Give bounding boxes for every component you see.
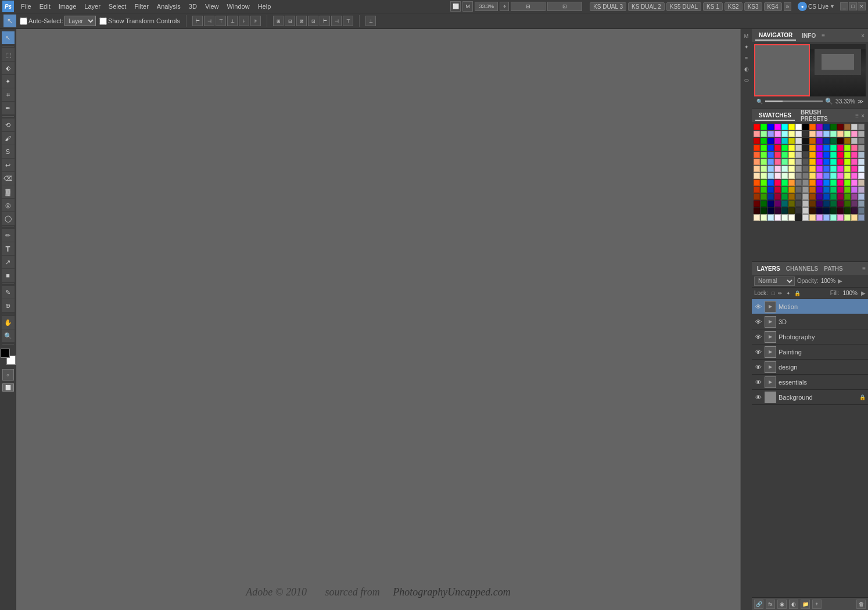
- ks-overflow-button[interactable]: »: [784, 2, 792, 11]
- swatch-color[interactable]: [754, 193, 760, 200]
- swatch-color[interactable]: [795, 214, 802, 221]
- hand-button[interactable]: ✋: [2, 316, 15, 329]
- swatch-color[interactable]: [754, 180, 760, 186]
- swatch-color[interactable]: [761, 214, 767, 221]
- healing-brush-button[interactable]: ⟲: [2, 119, 15, 131]
- swatch-color[interactable]: [781, 193, 788, 200]
- layer-item[interactable]: 👁▶Painting: [752, 345, 868, 360]
- swatch-color[interactable]: [830, 214, 837, 221]
- swatch-color[interactable]: [774, 159, 781, 165]
- quick-mask-button[interactable]: ○: [2, 369, 14, 381]
- swatch-color[interactable]: [858, 159, 865, 165]
- swatch-color[interactable]: [767, 214, 774, 221]
- swatch-color[interactable]: [754, 145, 760, 151]
- swatch-color[interactable]: [761, 173, 767, 179]
- swatch-color[interactable]: [761, 180, 767, 186]
- swatch-color[interactable]: [823, 145, 830, 151]
- swatch-color[interactable]: [858, 124, 865, 130]
- swatch-color[interactable]: [774, 152, 781, 158]
- swatch-color[interactable]: [802, 180, 809, 186]
- swatch-color[interactable]: [816, 152, 823, 158]
- distribute-center-h-button[interactable]: ⊟: [285, 16, 295, 26]
- swatch-color[interactable]: [788, 166, 795, 172]
- swatch-color[interactable]: [851, 200, 858, 207]
- path-selection-button[interactable]: ↗: [2, 256, 15, 268]
- swatch-color[interactable]: [774, 200, 781, 207]
- lock-all-icon[interactable]: 🔒: [794, 290, 801, 296]
- swatch-color[interactable]: [837, 200, 844, 207]
- layer-item[interactable]: 👁▶essentials: [752, 375, 868, 390]
- swatch-color[interactable]: [795, 200, 802, 207]
- menu-help[interactable]: Help: [254, 2, 275, 11]
- swatch-color[interactable]: [816, 214, 823, 221]
- swatch-color[interactable]: [851, 166, 858, 172]
- properties-icon[interactable]: ≡: [742, 53, 751, 63]
- swatch-color[interactable]: [837, 159, 844, 165]
- distribute-center-v-button[interactable]: ⊢: [320, 16, 330, 26]
- swatch-color[interactable]: [844, 138, 851, 144]
- ks5-dual-button[interactable]: KS5 DUAL: [666, 2, 701, 11]
- swatch-color[interactable]: [851, 138, 858, 144]
- swatch-color[interactable]: [844, 207, 851, 214]
- swatch-color[interactable]: [802, 138, 809, 144]
- swatch-color[interactable]: [754, 138, 760, 144]
- swatch-color[interactable]: [858, 138, 865, 144]
- swatch-color[interactable]: [761, 124, 767, 130]
- align-right-button[interactable]: ⊤: [216, 16, 226, 26]
- ks4-button[interactable]: KS4: [764, 2, 782, 11]
- swatch-color[interactable]: [816, 173, 823, 179]
- swatch-color[interactable]: [781, 200, 788, 207]
- swatch-color[interactable]: [774, 145, 781, 151]
- zoom-options-icon[interactable]: ≫: [858, 98, 863, 105]
- swatch-color[interactable]: [837, 173, 844, 179]
- swatch-color[interactable]: [795, 166, 802, 172]
- menu-layer[interactable]: Layer: [81, 2, 104, 11]
- layer-adjustment-button[interactable]: ◐: [789, 600, 798, 609]
- swatch-color[interactable]: [830, 186, 837, 193]
- swatch-color[interactable]: [774, 214, 781, 221]
- swatch-color[interactable]: [795, 193, 802, 200]
- swatches-close-icon[interactable]: ×: [861, 113, 865, 119]
- rectangular-marquee-button[interactable]: ⬚: [2, 48, 15, 61]
- swatch-color[interactable]: [761, 152, 767, 158]
- align-top-button[interactable]: ⊥: [227, 16, 238, 26]
- history-brush-button[interactable]: ↩: [2, 159, 15, 171]
- swatch-color[interactable]: [844, 145, 851, 151]
- swatch-color[interactable]: [823, 173, 830, 179]
- swatch-color[interactable]: [788, 200, 795, 207]
- swatch-color[interactable]: [754, 166, 760, 172]
- swatch-color[interactable]: [851, 131, 858, 137]
- swatch-color[interactable]: [788, 145, 795, 151]
- zoom-button[interactable]: 🔍: [2, 329, 15, 342]
- swatch-color[interactable]: [788, 214, 795, 221]
- swatch-color[interactable]: [761, 138, 767, 144]
- swatch-color[interactable]: [844, 152, 851, 158]
- swatch-color[interactable]: [788, 186, 795, 193]
- swatch-color[interactable]: [761, 200, 767, 207]
- crop-button[interactable]: ⌗: [2, 88, 15, 101]
- swatch-color[interactable]: [754, 152, 760, 158]
- history-icon[interactable]: M: [742, 31, 751, 41]
- swatch-color[interactable]: [858, 193, 865, 200]
- swatch-color[interactable]: [767, 138, 774, 144]
- lock-move-icon[interactable]: ✦: [786, 290, 791, 296]
- swatch-color[interactable]: [809, 152, 816, 158]
- swatch-color[interactable]: [858, 186, 865, 193]
- swatch-color[interactable]: [781, 166, 788, 172]
- actions-icon[interactable]: ✦: [742, 42, 751, 52]
- paths-tab[interactable]: PATHS: [821, 264, 845, 273]
- menu-edit[interactable]: Edit: [36, 2, 54, 11]
- swatch-color[interactable]: [754, 159, 760, 165]
- swatch-color[interactable]: [788, 180, 795, 186]
- swatch-color[interactable]: [761, 131, 767, 137]
- swatch-color[interactable]: [858, 152, 865, 158]
- swatch-color[interactable]: [823, 186, 830, 193]
- swatch-color[interactable]: [809, 173, 816, 179]
- swatch-color[interactable]: [802, 200, 809, 207]
- brush-presets-tab[interactable]: BRUSH PRESETS: [797, 108, 853, 123]
- swatch-color[interactable]: [816, 145, 823, 151]
- dodge-button[interactable]: ◯: [2, 212, 15, 225]
- layer-group-button[interactable]: 📁: [801, 600, 810, 609]
- swatch-color[interactable]: [802, 193, 809, 200]
- menu-file[interactable]: File: [17, 2, 35, 11]
